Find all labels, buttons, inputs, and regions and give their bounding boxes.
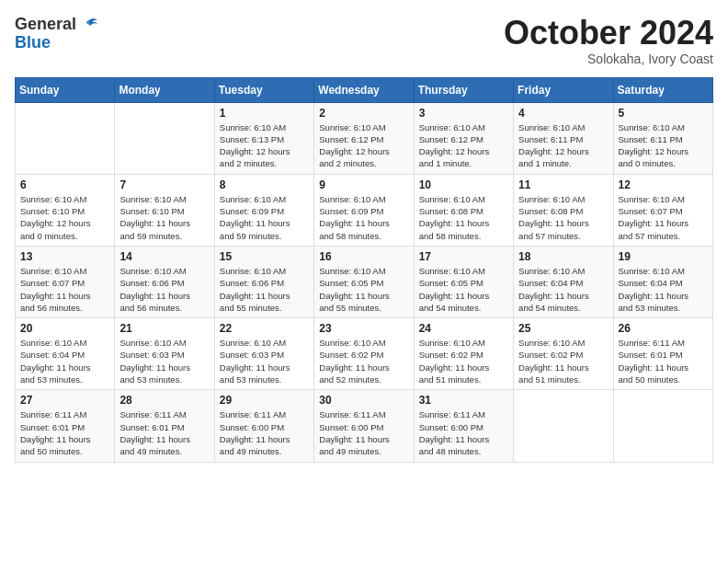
empty-cell <box>514 390 613 462</box>
day-cell-12: 12Sunrise: 6:10 AM Sunset: 6:07 PM Dayli… <box>613 174 712 246</box>
day-number-9: 9 <box>319 178 408 191</box>
day-info-1: Sunrise: 6:10 AM Sunset: 6:13 PM Dayligh… <box>220 121 309 170</box>
day-info-6: Sunrise: 6:10 AM Sunset: 6:10 PM Dayligh… <box>20 193 109 242</box>
day-info-13: Sunrise: 6:10 AM Sunset: 6:07 PM Dayligh… <box>20 265 109 314</box>
empty-cell <box>115 102 214 174</box>
calendar-table: SundayMondayTuesdayWednesdayThursdayFrid… <box>15 77 713 463</box>
day-number-11: 11 <box>518 178 608 191</box>
day-number-5: 5 <box>619 107 708 120</box>
logo-general: General <box>15 15 76 34</box>
day-number-20: 20 <box>20 322 109 335</box>
day-cell-6: 6Sunrise: 6:10 AM Sunset: 6:10 PM Daylig… <box>16 174 115 246</box>
day-number-16: 16 <box>319 250 408 263</box>
day-info-30: Sunrise: 6:11 AM Sunset: 6:00 PM Dayligh… <box>319 408 408 457</box>
day-info-28: Sunrise: 6:11 AM Sunset: 6:01 PM Dayligh… <box>119 408 209 457</box>
day-info-4: Sunrise: 6:10 AM Sunset: 6:11 PM Dayligh… <box>518 121 608 170</box>
day-cell-15: 15Sunrise: 6:10 AM Sunset: 6:06 PM Dayli… <box>214 246 313 317</box>
day-cell-31: 31Sunrise: 6:11 AM Sunset: 6:00 PM Dayli… <box>414 390 513 462</box>
page-header: General Blue October 2024 Solokaha, Ivor… <box>15 15 713 66</box>
day-info-20: Sunrise: 6:10 AM Sunset: 6:04 PM Dayligh… <box>20 337 109 385</box>
day-cell-13: 13Sunrise: 6:10 AM Sunset: 6:07 PM Dayli… <box>16 246 115 317</box>
day-cell-11: 11Sunrise: 6:10 AM Sunset: 6:08 PM Dayli… <box>514 174 613 246</box>
weekday-thursday: Thursday <box>414 77 513 102</box>
day-cell-24: 24Sunrise: 6:10 AM Sunset: 6:02 PM Dayli… <box>414 318 513 390</box>
day-number-23: 23 <box>319 322 408 335</box>
month-title: October 2024 <box>504 15 713 52</box>
day-cell-19: 19Sunrise: 6:10 AM Sunset: 6:04 PM Dayli… <box>613 246 712 317</box>
day-cell-23: 23Sunrise: 6:10 AM Sunset: 6:02 PM Dayli… <box>314 318 414 390</box>
day-cell-4: 4Sunrise: 6:10 AM Sunset: 6:11 PM Daylig… <box>514 102 613 174</box>
day-number-28: 28 <box>119 394 209 407</box>
day-cell-30: 30Sunrise: 6:11 AM Sunset: 6:00 PM Dayli… <box>314 390 414 462</box>
day-cell-7: 7Sunrise: 6:10 AM Sunset: 6:10 PM Daylig… <box>115 174 214 246</box>
day-cell-14: 14Sunrise: 6:10 AM Sunset: 6:06 PM Dayli… <box>115 246 214 317</box>
day-info-26: Sunrise: 6:11 AM Sunset: 6:01 PM Dayligh… <box>619 337 708 385</box>
weekday-monday: Monday <box>115 77 214 102</box>
day-cell-1: 1Sunrise: 6:10 AM Sunset: 6:13 PM Daylig… <box>214 102 313 174</box>
day-number-6: 6 <box>20 178 109 191</box>
day-number-12: 12 <box>619 178 708 191</box>
day-info-7: Sunrise: 6:10 AM Sunset: 6:10 PM Dayligh… <box>119 193 209 242</box>
day-number-19: 19 <box>619 250 708 263</box>
day-number-22: 22 <box>220 322 309 335</box>
logo: General Blue <box>15 15 98 51</box>
day-number-13: 13 <box>20 250 109 263</box>
logo-bird-icon <box>80 16 98 34</box>
day-number-25: 25 <box>518 322 608 335</box>
day-cell-8: 8Sunrise: 6:10 AM Sunset: 6:09 PM Daylig… <box>214 174 313 246</box>
day-number-4: 4 <box>518 107 608 120</box>
day-cell-29: 29Sunrise: 6:11 AM Sunset: 6:00 PM Dayli… <box>214 390 313 462</box>
day-number-30: 30 <box>319 394 408 407</box>
empty-cell <box>613 390 712 462</box>
day-cell-10: 10Sunrise: 6:10 AM Sunset: 6:08 PM Dayli… <box>414 174 513 246</box>
day-info-19: Sunrise: 6:10 AM Sunset: 6:04 PM Dayligh… <box>619 265 708 314</box>
day-info-11: Sunrise: 6:10 AM Sunset: 6:08 PM Dayligh… <box>518 193 608 242</box>
week-row-1: 1Sunrise: 6:10 AM Sunset: 6:13 PM Daylig… <box>16 102 713 174</box>
day-info-3: Sunrise: 6:10 AM Sunset: 6:12 PM Dayligh… <box>419 121 508 170</box>
day-info-23: Sunrise: 6:10 AM Sunset: 6:02 PM Dayligh… <box>319 337 408 385</box>
day-cell-27: 27Sunrise: 6:11 AM Sunset: 6:01 PM Dayli… <box>16 390 115 462</box>
day-info-25: Sunrise: 6:10 AM Sunset: 6:02 PM Dayligh… <box>518 337 608 385</box>
weekday-friday: Friday <box>514 77 613 102</box>
week-row-2: 6Sunrise: 6:10 AM Sunset: 6:10 PM Daylig… <box>16 174 713 246</box>
day-number-24: 24 <box>419 322 508 335</box>
day-number-10: 10 <box>419 178 508 191</box>
week-row-5: 27Sunrise: 6:11 AM Sunset: 6:01 PM Dayli… <box>16 390 713 462</box>
day-cell-25: 25Sunrise: 6:10 AM Sunset: 6:02 PM Dayli… <box>514 318 613 390</box>
day-info-31: Sunrise: 6:11 AM Sunset: 6:00 PM Dayligh… <box>419 408 508 457</box>
day-info-22: Sunrise: 6:10 AM Sunset: 6:03 PM Dayligh… <box>220 337 309 385</box>
title-section: October 2024 Solokaha, Ivory Coast <box>504 15 713 66</box>
day-number-8: 8 <box>220 178 309 191</box>
day-cell-3: 3Sunrise: 6:10 AM Sunset: 6:12 PM Daylig… <box>414 102 513 174</box>
logo-blue-text: Blue <box>15 34 51 51</box>
day-cell-22: 22Sunrise: 6:10 AM Sunset: 6:03 PM Dayli… <box>214 318 313 390</box>
day-info-8: Sunrise: 6:10 AM Sunset: 6:09 PM Dayligh… <box>220 193 309 242</box>
day-number-7: 7 <box>119 178 209 191</box>
location: Solokaha, Ivory Coast <box>504 52 713 66</box>
weekday-saturday: Saturday <box>613 77 712 102</box>
day-number-26: 26 <box>619 322 708 335</box>
empty-cell <box>16 102 115 174</box>
weekday-sunday: Sunday <box>16 77 115 102</box>
weekday-wednesday: Wednesday <box>314 77 414 102</box>
week-row-4: 20Sunrise: 6:10 AM Sunset: 6:04 PM Dayli… <box>16 318 713 390</box>
day-info-12: Sunrise: 6:10 AM Sunset: 6:07 PM Dayligh… <box>619 193 708 242</box>
day-cell-18: 18Sunrise: 6:10 AM Sunset: 6:04 PM Dayli… <box>514 246 613 317</box>
day-info-17: Sunrise: 6:10 AM Sunset: 6:05 PM Dayligh… <box>419 265 508 314</box>
day-info-14: Sunrise: 6:10 AM Sunset: 6:06 PM Dayligh… <box>119 265 209 314</box>
day-info-2: Sunrise: 6:10 AM Sunset: 6:12 PM Dayligh… <box>319 121 408 170</box>
day-cell-16: 16Sunrise: 6:10 AM Sunset: 6:05 PM Dayli… <box>314 246 414 317</box>
day-info-29: Sunrise: 6:11 AM Sunset: 6:00 PM Dayligh… <box>220 408 309 457</box>
day-number-27: 27 <box>20 394 109 407</box>
day-cell-17: 17Sunrise: 6:10 AM Sunset: 6:05 PM Dayli… <box>414 246 513 317</box>
weekday-header-row: SundayMondayTuesdayWednesdayThursdayFrid… <box>16 77 713 102</box>
day-info-27: Sunrise: 6:11 AM Sunset: 6:01 PM Dayligh… <box>20 408 109 457</box>
day-number-14: 14 <box>119 250 209 263</box>
day-cell-26: 26Sunrise: 6:11 AM Sunset: 6:01 PM Dayli… <box>613 318 712 390</box>
day-number-18: 18 <box>518 250 608 263</box>
day-cell-2: 2Sunrise: 6:10 AM Sunset: 6:12 PM Daylig… <box>314 102 414 174</box>
day-info-5: Sunrise: 6:10 AM Sunset: 6:11 PM Dayligh… <box>619 121 708 170</box>
weekday-tuesday: Tuesday <box>214 77 313 102</box>
day-number-15: 15 <box>220 250 309 263</box>
day-info-21: Sunrise: 6:10 AM Sunset: 6:03 PM Dayligh… <box>119 337 209 385</box>
